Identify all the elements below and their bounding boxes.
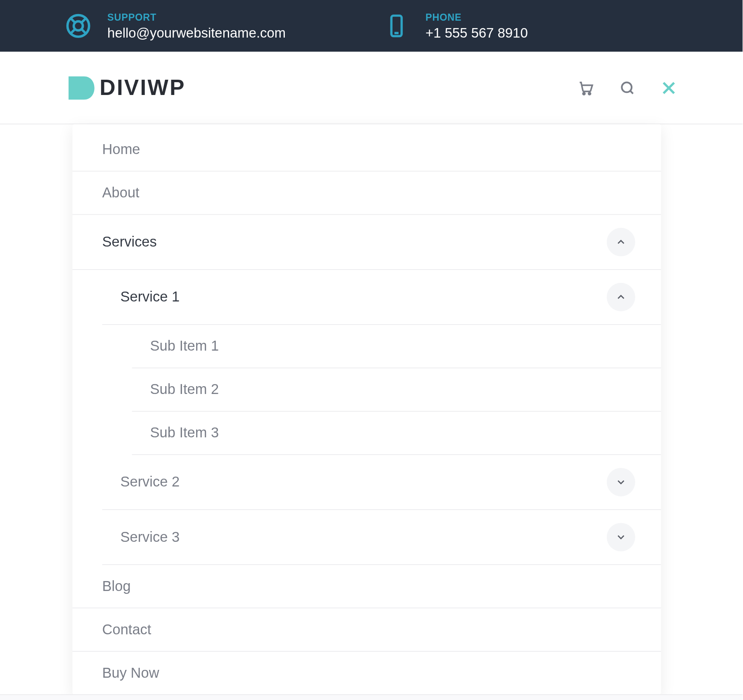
menu-item-services[interactable]: Services [73, 215, 661, 270]
subsub-item-1[interactable]: Sub Item 1 [132, 325, 661, 368]
menu-item-buy-now[interactable]: Buy Now [73, 652, 661, 694]
logo-text: DIVIWP [99, 75, 185, 100]
support-label: SUPPORT [107, 11, 286, 22]
page-background [0, 694, 743, 700]
support-value[interactable]: hello@yourwebsitename.com [107, 25, 286, 40]
menu-item-contact[interactable]: Contact [73, 608, 661, 652]
chevron-up-icon[interactable] [607, 228, 635, 256]
lifebuoy-icon [65, 12, 92, 40]
subsub-item-label: Sub Item 1 [150, 338, 219, 355]
subsubmenu-service-1: Sub Item 1 Sub Item 2 Sub Item 3 [102, 325, 661, 455]
svg-point-8 [583, 93, 585, 95]
submenu-item-label: Service 2 [120, 474, 180, 491]
chevron-down-icon[interactable] [607, 523, 635, 551]
subsub-item-2[interactable]: Sub Item 2 [132, 368, 661, 412]
mobile-menu-panel: Home About Services Service 1 [73, 124, 661, 695]
search-icon[interactable] [618, 78, 637, 97]
subsub-item-label: Sub Item 2 [150, 381, 219, 398]
svg-line-11 [630, 90, 633, 93]
submenu-item-service-2[interactable]: Service 2 [102, 455, 661, 510]
close-icon[interactable] [660, 78, 678, 97]
logo[interactable]: DIVIWP [65, 72, 186, 103]
topbar-phone-block: PHONE +1 555 567 8910 [383, 11, 528, 40]
divi-d-icon [65, 72, 96, 103]
svg-point-10 [622, 82, 632, 92]
submenu-item-label: Service 3 [120, 529, 180, 546]
phone-icon [383, 12, 410, 40]
header: DIVIWP [0, 52, 743, 124]
submenu-item-service-3[interactable]: Service 3 [102, 510, 661, 565]
menu-item-home[interactable]: Home [73, 128, 661, 171]
topbar-support-block: SUPPORT hello@yourwebsitename.com [65, 11, 286, 40]
menu-item-label: Buy Now [102, 664, 159, 681]
menu-item-label: About [102, 185, 140, 202]
submenu-item-service-1[interactable]: Service 1 [102, 270, 661, 325]
svg-point-1 [74, 21, 83, 31]
submenu-services: Service 1 Sub Item 1 Sub Item 2 [73, 270, 661, 565]
topbar: SUPPORT hello@yourwebsitename.com PHONE … [0, 0, 743, 52]
chevron-up-icon[interactable] [607, 283, 635, 311]
phone-label: PHONE [426, 11, 528, 22]
subsub-item-3[interactable]: Sub Item 3 [132, 412, 661, 455]
subsub-item-label: Sub Item 3 [150, 425, 219, 441]
phone-value[interactable]: +1 555 567 8910 [426, 25, 528, 40]
menu-item-label: Blog [102, 578, 131, 595]
menu-item-about[interactable]: About [73, 171, 661, 215]
menu-item-label: Contact [102, 621, 151, 638]
menu-item-label: Services [102, 234, 157, 251]
menu-item-label: Home [102, 141, 140, 158]
submenu-item-label: Service 1 [120, 289, 180, 306]
header-actions [577, 78, 678, 97]
chevron-down-icon[interactable] [607, 468, 635, 496]
svg-point-9 [589, 93, 591, 95]
cart-icon[interactable] [577, 78, 595, 97]
menu-list: Home About Services Service 1 [73, 128, 661, 694]
menu-item-blog[interactable]: Blog [73, 565, 661, 608]
